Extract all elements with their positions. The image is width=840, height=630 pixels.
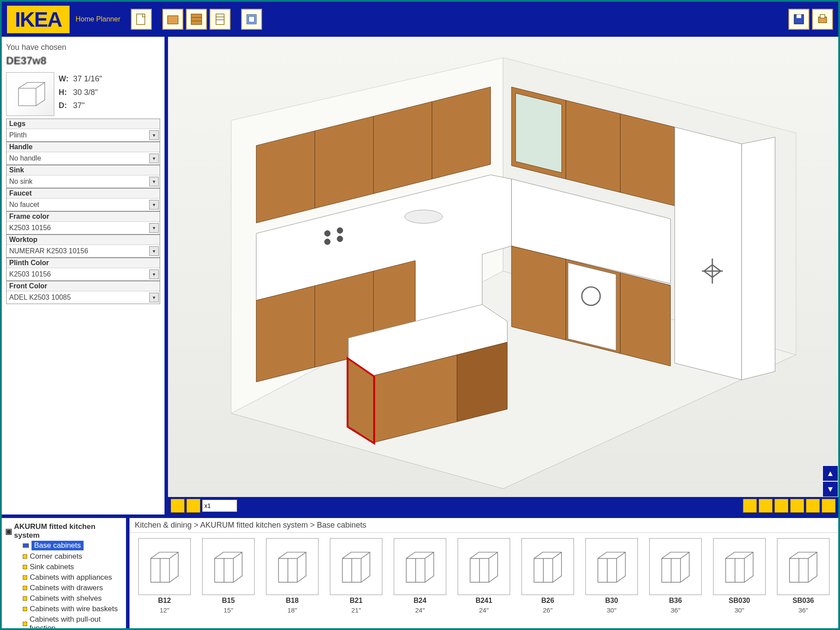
catalog-name: B36: [669, 597, 682, 605]
catalog-item[interactable]: B2626": [518, 538, 578, 623]
scroll-up-button[interactable]: ▲: [822, 466, 838, 481]
tree-item[interactable]: Base cabinets: [5, 540, 122, 551]
catalog-name: B15: [222, 597, 234, 605]
catalog-name: SB030: [729, 597, 750, 605]
breadcrumb: Kitchen & dining > AKURUM fitted kitchen…: [130, 518, 838, 533]
chevron-down-icon[interactable]: ▾: [149, 293, 159, 302]
tree-item[interactable]: Cabinets with drawers: [5, 583, 122, 593]
catalog-size: 21": [351, 606, 361, 614]
property-label: Frame color: [7, 212, 160, 222]
tree-item[interactable]: Corner cabinets: [5, 551, 122, 562]
property-legs: LegsPlinth▾: [6, 119, 160, 142]
property-select[interactable]: No faucet▾: [7, 199, 160, 211]
svg-rect-1: [168, 16, 178, 24]
model-code: DE37w8: [6, 55, 160, 67]
property-select[interactable]: K2503 10156▾: [7, 222, 160, 234]
svg-rect-9: [248, 16, 254, 22]
header-mid-group-2: [241, 9, 262, 30]
svg-marker-28: [516, 93, 562, 173]
doors-button[interactable]: [186, 9, 207, 30]
viewport-side-controls: ▲ ▼: [822, 466, 838, 497]
svg-marker-21: [256, 131, 315, 223]
svg-point-47: [325, 231, 330, 236]
chevron-down-icon[interactable]: ▾: [149, 246, 159, 256]
svg-marker-22: [315, 116, 374, 208]
svg-rect-5: [216, 14, 224, 24]
chevron-down-icon[interactable]: ▾: [149, 177, 159, 186]
svg-point-48: [337, 228, 343, 233]
bullet-icon: [23, 607, 27, 611]
svg-marker-43: [620, 273, 671, 366]
fit-button[interactable]: [774, 499, 788, 513]
catalog-name: B12: [158, 597, 171, 605]
tree-item[interactable]: Cabinets with wire baskets: [5, 604, 122, 614]
tree-root[interactable]: ▣ AKURUM fitted kitchen system: [5, 522, 122, 540]
catalog-thumbnail: [266, 538, 318, 595]
catalog-item[interactable]: SB03636": [774, 538, 833, 623]
catalog-size: 36": [671, 606, 680, 614]
rotate-right-button[interactable]: [806, 499, 820, 513]
selected-preview: W: 37 1/16" H: 30 3/8" D: 37": [6, 72, 160, 116]
catalog-item[interactable]: B3030": [582, 538, 641, 623]
catalog-size: 24": [415, 606, 425, 614]
property-sink: SinkNo sink▾: [6, 165, 160, 188]
catalog-item[interactable]: SB03030": [710, 538, 769, 623]
property-select[interactable]: K2503 10156▾: [7, 268, 160, 280]
svg-marker-44: [568, 262, 616, 350]
property-select[interactable]: No handle▾: [7, 152, 160, 164]
svg-marker-66: [343, 552, 370, 582]
catalog-item[interactable]: B2121": [326, 538, 386, 623]
room-button[interactable]: [162, 9, 183, 30]
property-select[interactable]: Plinth▾: [7, 129, 160, 141]
nav-next-button[interactable]: [186, 499, 200, 513]
3d-viewport[interactable]: ▲ ▼: [168, 37, 838, 497]
catalog-item[interactable]: B24124": [454, 538, 514, 623]
zoom-out-button[interactable]: [759, 499, 773, 513]
svg-marker-86: [598, 552, 626, 582]
catalog-item[interactable]: B1818": [262, 538, 322, 623]
app-name: Home Planner: [76, 15, 120, 23]
catalog-thumbnail: [330, 538, 382, 595]
selected-thumbnail: [6, 72, 54, 116]
property-label: Sink: [7, 165, 160, 175]
property-faucet: FaucetNo faucet▾: [6, 188, 160, 211]
svg-marker-33: [256, 286, 315, 382]
svg-marker-101: [790, 552, 817, 582]
tree-item[interactable]: Cabinets with pull-out function: [5, 614, 122, 628]
nav-prev-button[interactable]: [171, 499, 185, 513]
pan-button[interactable]: [822, 499, 836, 513]
items-button[interactable]: [241, 9, 262, 30]
property-select[interactable]: NUMERAR K2503 10156▾: [7, 245, 160, 257]
dimensions: W: 37 1/16" H: 30 3/8" D: 37": [59, 72, 102, 112]
chevron-down-icon[interactable]: ▾: [149, 200, 159, 210]
catalog-item[interactable]: B1515": [199, 538, 258, 623]
chosen-label: You have chosen: [6, 43, 160, 52]
bullet-icon: [23, 586, 27, 590]
chevron-down-icon[interactable]: ▾: [149, 154, 159, 163]
print-button[interactable]: [812, 9, 833, 30]
catalog-item[interactable]: B3636": [646, 538, 705, 623]
catalog-item[interactable]: B2424": [390, 538, 450, 623]
zoom-in-button[interactable]: [743, 499, 757, 513]
catalog-item[interactable]: B1212": [135, 538, 194, 623]
svg-marker-91: [662, 552, 690, 582]
zoom-input[interactable]: [202, 500, 237, 512]
tree-item[interactable]: Sink cabinets: [5, 562, 122, 572]
new-button[interactable]: [131, 9, 152, 30]
chevron-down-icon[interactable]: ▾: [149, 130, 159, 140]
catalog-size: 30": [607, 606, 616, 614]
tree-item[interactable]: Cabinets with appliances: [5, 572, 122, 583]
tree-item[interactable]: Cabinets with shelves: [5, 593, 122, 604]
svg-marker-24: [432, 87, 490, 179]
svg-marker-23: [374, 102, 432, 193]
svg-point-46: [405, 210, 442, 224]
chevron-down-icon[interactable]: ▾: [149, 270, 159, 279]
chevron-down-icon[interactable]: ▾: [149, 223, 159, 233]
save-button[interactable]: [788, 9, 809, 30]
windows-button[interactable]: [210, 9, 231, 30]
property-select[interactable]: No sink▾: [7, 175, 160, 188]
property-select[interactable]: ADEL K2503 10085▾: [7, 291, 160, 304]
rotate-left-button[interactable]: [790, 499, 804, 513]
property-sidebar: You have chosen DE37w8 W: 37 1/16" H: 30…: [2, 37, 168, 514]
scroll-down-button[interactable]: ▼: [822, 481, 838, 497]
